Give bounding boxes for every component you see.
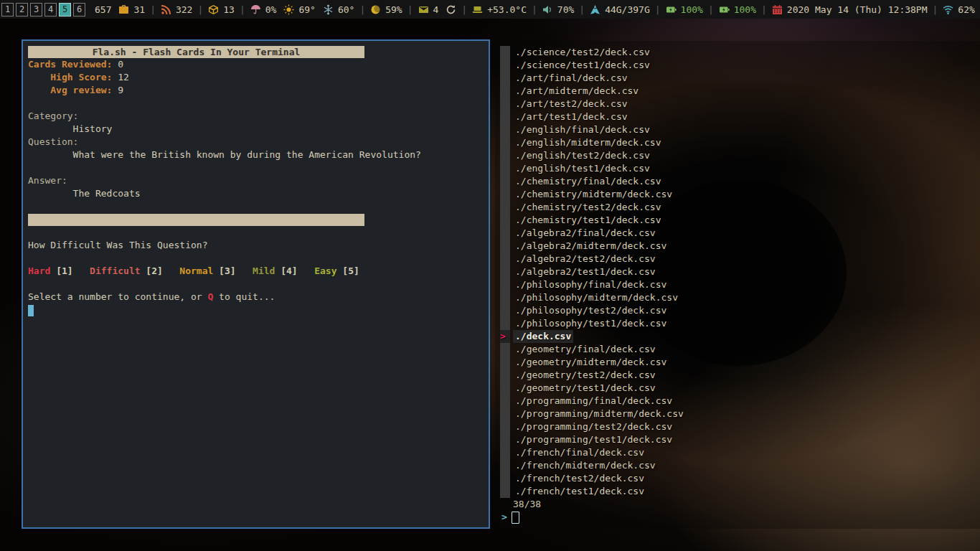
status-value: 13: [223, 4, 235, 15]
file-row[interactable]: ./science/test2/deck.csv: [500, 46, 686, 59]
status-value: 0%: [265, 4, 277, 15]
file-row[interactable]: ./programming/final/deck.csv: [500, 395, 686, 408]
difficulty-option-difficult: Difficult [2]: [90, 265, 163, 276]
package-icon: [208, 4, 219, 15]
gutter: [500, 317, 510, 330]
file-row[interactable]: ./programming/midterm/deck.csv: [500, 408, 686, 420]
mail-icon: [418, 4, 429, 15]
moon-status: 59%: [370, 4, 402, 15]
status-bar: 123456 65731|322|13|0%69°60°|59%|4|+53.0…: [0, 0, 980, 19]
file-row[interactable]: ./english/final/deck.csv: [500, 123, 686, 136]
file-row[interactable]: ./algebra2/test1/deck.csv: [500, 265, 686, 278]
file-row[interactable]: ./philosophy/test1/deck.csv: [500, 317, 686, 330]
gutter: [500, 485, 510, 498]
file-row[interactable]: ./programming/test2/deck.csv: [500, 420, 686, 433]
status-value: 657: [95, 4, 111, 15]
file-row[interactable]: ./chemistry/final/deck.csv: [500, 175, 686, 188]
file-row[interactable]: ./english/test2/deck.csv: [500, 149, 686, 162]
file-row[interactable]: ./chemistry/midterm/deck.csv: [500, 188, 686, 201]
gutter: [500, 265, 510, 278]
separator: |: [461, 4, 467, 15]
speaker-icon: [542, 4, 553, 15]
separator: |: [579, 4, 585, 15]
status-items: 65731|322|13|0%69°60°|59%|4|+53.0°C|70%|…: [91, 4, 980, 15]
file-row[interactable]: ./philosophy/midterm/deck.csv: [500, 291, 686, 304]
file-row[interactable]: ./art/test1/deck.csv: [500, 110, 686, 123]
file-row[interactable]: ./french/test1/deck.csv: [500, 485, 686, 498]
answer-text: The Redcoats: [28, 187, 485, 200]
file-list: ./science/test2/deck.csv./science/test1/…: [500, 46, 686, 524]
gutter: [500, 85, 510, 98]
file-row[interactable]: ./algebra2/test2/deck.csv: [500, 253, 686, 265]
battery-charging-status: 100%: [719, 4, 756, 15]
speaker-status: 70%: [542, 4, 574, 15]
gutter: [500, 98, 510, 110]
question-text: What were the British known by during th…: [28, 149, 485, 161]
gutter: [500, 46, 510, 59]
refresh-status: [446, 4, 456, 15]
file-row[interactable]: ./philosophy/final/deck.csv: [500, 278, 686, 291]
file-row[interactable]: ./french/midterm/deck.csv: [500, 459, 686, 472]
file-row[interactable]: ./geometry/test2/deck.csv: [500, 369, 686, 382]
file-row[interactable]: ./english/test1/deck.csv: [500, 162, 686, 175]
gutter: [500, 214, 510, 227]
flashcard-terminal-window[interactable]: Fla.sh - Flash Cards In Your Terminal Ca…: [22, 39, 490, 529]
gutter: [500, 253, 510, 265]
flashcard-stats: Cards Reviewed: 0High Score: 12Avg revie…: [28, 58, 485, 97]
snowflake-icon: [323, 4, 334, 15]
umbrella-status: 0%: [250, 4, 277, 15]
file-row[interactable]: ./geometry/test1/deck.csv: [500, 382, 686, 395]
snowflake-status: 60°: [323, 4, 354, 15]
search-prompt[interactable]: >: [500, 511, 686, 524]
difficulty-options: Hard [1]Difficult [2]Normal [3]Mild [4]E…: [28, 265, 485, 278]
difficulty-prompt: How Difficult Was This Question?: [28, 239, 485, 252]
separator: |: [532, 4, 537, 15]
status-value: 44G/397G: [605, 4, 650, 15]
file-row[interactable]: ./science/test1/deck.csv: [500, 59, 686, 72]
file-row[interactable]: ./french/test2/deck.csv: [500, 472, 686, 485]
moon-icon: [370, 4, 381, 15]
difficulty-option-easy: Easy [5]: [314, 265, 359, 276]
file-row[interactable]: ./geometry/final/deck.csv: [500, 343, 686, 356]
file-row[interactable]: ./chemistry/test2/deck.csv: [500, 201, 686, 214]
gutter: [500, 433, 510, 446]
finder-terminal-window[interactable]: ./science/test2/deck.csv./science/test1/…: [495, 41, 980, 529]
gutter: [500, 201, 510, 214]
rss-icon: [161, 4, 171, 15]
file-row[interactable]: ./algebra2/midterm/deck.csv: [500, 240, 686, 253]
file-row[interactable]: ./art/midterm/deck.csv: [500, 85, 686, 98]
file-row[interactable]: ./geometry/midterm/deck.csv: [500, 356, 686, 369]
stat-row: Avg review: 9: [28, 84, 485, 97]
status-value: 2020 May 14 (Thu) 12:38PM: [787, 4, 928, 15]
file-row[interactable]: ./philosophy/test2/deck.csv: [500, 304, 686, 317]
file-row[interactable]: ./chemistry/test1/deck.csv: [500, 214, 686, 227]
arch-icon: [590, 4, 600, 15]
gutter: [500, 459, 510, 472]
gutter: [500, 110, 510, 123]
workspace-4[interactable]: 4: [44, 3, 57, 17]
file-row[interactable]: ./algebra2/final/deck.csv: [500, 227, 686, 240]
workspace-2[interactable]: 2: [16, 3, 28, 17]
workspace-3[interactable]: 3: [30, 3, 42, 17]
difficulty-option-normal: Normal [3]: [179, 265, 235, 276]
file-row[interactable]: ./programming/test1/deck.csv: [500, 433, 686, 446]
finder-cursor: [512, 512, 519, 524]
gutter: [500, 382, 510, 395]
file-row[interactable]: ./french/final/deck.csv: [500, 446, 686, 459]
workspace-1[interactable]: 1: [1, 3, 14, 17]
separator: |: [240, 4, 245, 15]
gutter: [500, 472, 510, 485]
file-row[interactable]: ./english/midterm/deck.csv: [500, 136, 686, 149]
umbrella-icon: [250, 4, 261, 15]
workspace-5[interactable]: 5: [59, 3, 71, 17]
file-row[interactable]: ./art/test2/deck.csv: [500, 98, 686, 110]
separator: |: [708, 4, 714, 15]
workspace-6[interactable]: 6: [73, 3, 85, 17]
battery-charging-icon: [719, 4, 730, 15]
file-row[interactable]: ./art/final/deck.csv: [500, 72, 686, 85]
battery-charging-status: 100%: [666, 4, 703, 15]
file-row[interactable]: >./deck.csv: [500, 330, 686, 343]
gutter: [500, 162, 510, 175]
status-value: 100%: [734, 4, 756, 15]
package-status: 13: [208, 4, 235, 15]
